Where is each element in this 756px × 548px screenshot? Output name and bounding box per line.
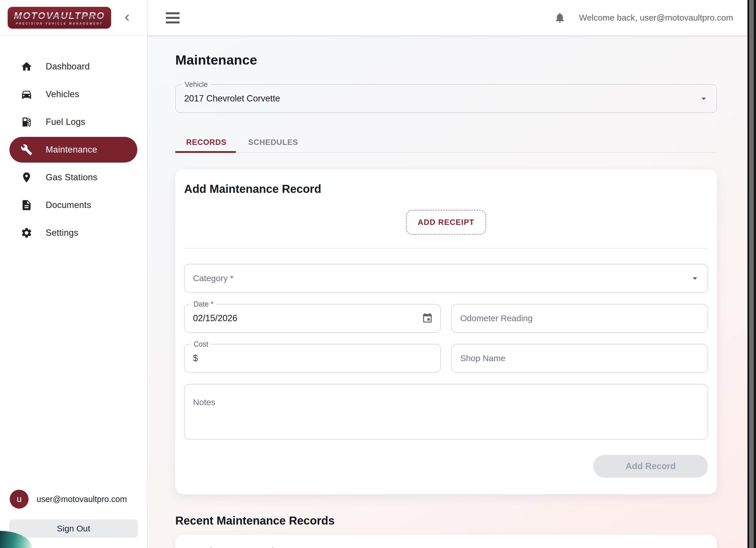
form-actions: Add Record [184,455,708,478]
welcome-text: Welcome back, user@motovaultpro.com [579,13,733,23]
brand-logo: MOTOVAULTPRO PRECISION VEHICLE MANAGEMEN… [8,7,111,29]
vehicle-select-label: Vehicle [182,80,211,89]
document-icon [21,199,33,211]
page-content: Maintenance Vehicle 2017 Chevrolet Corve… [148,36,747,548]
cost-field-label: Cost [191,340,211,348]
sidebar-item-maintenance[interactable]: Maintenance [9,137,137,162]
cost-field[interactable]: Cost $ [184,344,441,373]
sidebar-item-settings[interactable]: Settings [9,220,137,246]
scrollbar-thumb[interactable] [749,0,754,548]
sidebar-item-label: Documents [46,200,91,210]
sidebar: MOTOVAULTPRO PRECISION VEHICLE MANAGEMEN… [0,0,148,548]
wrench-icon [21,144,33,156]
user-row: u user@motovaultpro.com [9,490,138,509]
hamburger-icon[interactable] [166,12,180,23]
notes-field[interactable]: Notes [184,384,708,439]
sidebar-item-label: Gas Stations [46,172,97,182]
sidebar-item-label: Settings [46,228,78,238]
map-pin-icon [21,171,33,183]
tab-bar: RECORDS SCHEDULES [175,132,717,153]
sidebar-item-vehicles[interactable]: Vehicles [9,81,137,107]
tab-records[interactable]: RECORDS [175,132,237,152]
maintenance-form: Category * Date * 02/15/2026 Odomete [184,264,708,439]
sidebar-item-label: Fuel Logs [46,117,85,127]
shop-name-field[interactable]: Shop Name [451,344,708,373]
date-field-label: Date * [191,300,216,308]
fuel-pump-icon [21,116,33,128]
sidebar-item-label: Dashboard [46,61,90,72]
receipt-row: ADD RECEIPT [184,210,708,235]
calendar-icon[interactable] [422,313,433,324]
odometer-placeholder: Odometer Reading [460,314,532,323]
sidebar-collapse-button[interactable] [119,10,135,26]
active-tab-indicator [175,151,236,153]
sidebar-nav: Dashboard Vehicles Fuel Logs Maintenance… [0,36,147,490]
user-email: user@motovaultpro.com [37,495,127,504]
recent-records-title: Recent Maintenance Records [175,514,717,527]
category-select-label: Category * [193,273,234,283]
sidebar-item-fuel-logs[interactable]: Fuel Logs [9,109,137,135]
add-record-button[interactable]: Add Record [593,455,708,478]
page-scrollbar[interactable] [747,0,756,548]
add-receipt-button[interactable]: ADD RECEIPT [406,210,486,235]
sidebar-item-gas-stations[interactable]: Gas Stations [9,164,137,190]
recent-records-card: No maintenance records yet. [175,535,717,548]
odometer-field[interactable]: Odometer Reading [451,304,708,333]
sidebar-item-label: Maintenance [46,144,97,155]
cost-currency-prefix: $ [193,353,198,364]
sign-out-button[interactable]: Sign Out [9,519,138,538]
sidebar-header: MOTOVAULTPRO PRECISION VEHICLE MANAGEMEN… [0,0,147,36]
no-records-text: No maintenance records yet. [185,546,294,548]
top-header: Welcome back, user@motovaultpro.com [148,0,747,36]
vehicle-select[interactable]: Vehicle 2017 Chevrolet Corvette [175,84,717,113]
brand-logo-subtitle: PRECISION VEHICLE MANAGEMENT [16,22,103,25]
shop-name-placeholder: Shop Name [460,354,505,363]
home-icon [21,61,33,73]
sidebar-item-label: Vehicles [46,89,79,99]
page-title: Maintenance [175,52,717,68]
date-field-value: 02/15/2026 [193,313,237,324]
tab-schedules[interactable]: SCHEDULES [237,132,309,152]
chevron-left-icon [121,11,133,24]
notes-placeholder: Notes [193,398,215,407]
add-maintenance-record-card: Add Maintenance Record ADD RECEIPT Categ… [175,169,717,494]
bell-icon[interactable] [554,12,566,24]
header-right: Welcome back, user@motovaultpro.com [554,12,733,24]
brand-logo-title: MOTOVAULTPRO [14,11,105,20]
category-select[interactable]: Category * [184,264,708,293]
main-area: Welcome back, user@motovaultpro.com Main… [148,0,747,548]
date-field[interactable]: Date * 02/15/2026 [184,304,441,333]
sidebar-item-dashboard[interactable]: Dashboard [9,54,137,79]
app-window: MOTOVAULTPRO PRECISION VEHICLE MANAGEMEN… [0,0,756,548]
chevron-down-icon [698,93,709,104]
sidebar-item-documents[interactable]: Documents [9,192,137,218]
car-icon [21,88,33,100]
card-title: Add Maintenance Record [184,182,708,195]
vehicle-select-value: 2017 Chevrolet Corvette [184,93,280,104]
gear-icon [21,227,33,239]
card-divider [184,248,708,248]
chevron-down-icon [689,273,700,284]
avatar: u [10,490,29,509]
